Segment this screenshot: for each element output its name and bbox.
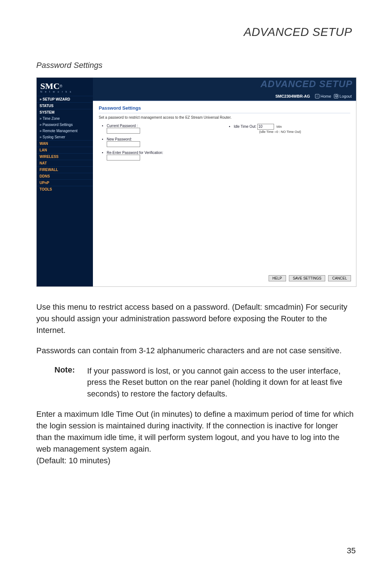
nav-setup-wizard[interactable]: » SETUP WIZARD <box>37 96 93 102</box>
nav-firewall[interactable]: FIREWALL <box>37 166 93 173</box>
paragraph-3: Enter a maximum Idle Time Out (in minute… <box>36 408 356 466</box>
note-label: Note: <box>54 365 87 400</box>
nav-syslog-server[interactable]: » Syslog Server <box>37 134 93 140</box>
paragraph-2: Passwords can contain from 3-12 alphanum… <box>36 345 356 357</box>
brand-name: SMC <box>40 81 60 91</box>
idle-timeout-label: Idle Time Out: <box>234 125 256 129</box>
current-password-label: Current Password : <box>107 124 138 128</box>
panel-body: Password Settings Set a password to rest… <box>93 101 356 286</box>
nav-upnp[interactable]: UPnP <box>37 179 93 186</box>
current-password-input[interactable] <box>107 128 140 134</box>
content-header: ADVANCED SETUP SMC2304WBR-AG ⌂ Home ⏻ Lo… <box>93 78 356 101</box>
nav-wireless[interactable]: WIRELESS <box>37 153 93 160</box>
panel-title: Password Settings <box>99 104 350 113</box>
nav-lan[interactable]: LAN <box>37 147 93 153</box>
nav-tools[interactable]: TOOLS <box>37 186 93 192</box>
model-label: SMC2304WBR-AG <box>275 94 310 98</box>
section-title: Password Settings <box>36 61 356 70</box>
idle-hint: (Idle Time =0 : NO Time Out) <box>259 130 301 134</box>
banner-title: ADVANCED SETUP <box>261 78 352 90</box>
idle-unit: Min <box>277 125 282 129</box>
page-number: 35 <box>347 546 356 555</box>
home-icon: ⌂ <box>315 94 319 98</box>
sidebar-nav: » SETUP WIZARD STATUS SYSTEM » Time Zone… <box>37 94 93 192</box>
save-settings-button[interactable]: SAVE SETTINGS <box>289 275 326 281</box>
panel-desc: Set a password to restrict management ac… <box>99 115 350 119</box>
home-link[interactable]: ⌂ Home <box>315 94 331 98</box>
router-screenshot: SMC® N e t w o r k s » SETUP WIZARD STAT… <box>36 77 356 287</box>
reenter-password-label: Re-Enter Password for Verification: <box>107 151 163 155</box>
home-label: Home <box>320 94 331 98</box>
nav-wan[interactable]: WAN <box>37 140 93 147</box>
logout-label: Logout <box>339 94 352 98</box>
nav-status[interactable]: STATUS <box>37 102 93 109</box>
nav-nat[interactable]: NAT <box>37 160 93 166</box>
brand-sub: N e t w o r k s <box>40 90 89 93</box>
nav-password-settings[interactable]: » Password Settings <box>37 122 93 128</box>
logout-icon: ⏻ <box>334 94 338 98</box>
logout-link[interactable]: ⏻ Logout <box>334 94 352 98</box>
idle-timeout-input[interactable]: 10 <box>257 124 274 130</box>
note-text: If your password is lost, or you cannot … <box>87 365 356 400</box>
page-header: ADVANCED SETUP <box>36 25 352 39</box>
note-block: Note: If your password is lost, or you c… <box>36 365 356 400</box>
nav-remote-management[interactable]: » Remote Management <box>37 128 93 134</box>
nav-time-zone[interactable]: » Time Zone <box>37 115 93 122</box>
content-area: ADVANCED SETUP SMC2304WBR-AG ⌂ Home ⏻ Lo… <box>93 78 356 286</box>
brand-logo: SMC® N e t w o r k s <box>37 78 93 94</box>
nav-ddns[interactable]: DDNS <box>37 173 93 179</box>
cancel-button[interactable]: CANCEL <box>328 275 351 281</box>
new-password-label: New Password: <box>107 137 132 141</box>
reg-mark: ® <box>60 84 62 88</box>
paragraph-1: Use this menu to restrict access based o… <box>36 301 356 336</box>
new-password-input[interactable] <box>107 141 140 147</box>
reenter-password-input[interactable] <box>107 155 140 160</box>
nav-system[interactable]: SYSTEM <box>37 109 93 115</box>
sidebar: SMC® N e t w o r k s » SETUP WIZARD STAT… <box>37 78 93 286</box>
help-button[interactable]: HELP <box>269 275 286 281</box>
